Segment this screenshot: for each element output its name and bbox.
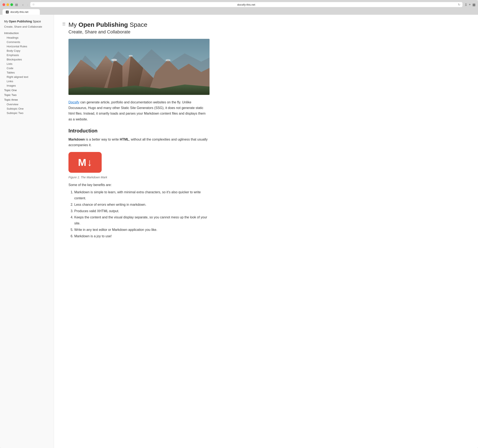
sidebar-item-overview[interactable]: Overview xyxy=(0,102,54,107)
sidebar-item-subtopic-one[interactable]: Subtopic One xyxy=(0,107,54,111)
sidebar-item-emphasis[interactable]: Emphasis xyxy=(0,53,54,57)
sidebar-item-images[interactable]: Images xyxy=(0,83,54,88)
sidebar-title-bold: Open Publishing xyxy=(9,20,32,23)
url-text: docsify-this.net xyxy=(36,3,457,6)
sidebar-item-tables[interactable]: Tables xyxy=(0,70,54,75)
figure-caption: Figure 1: The Markdown Mark xyxy=(69,176,470,179)
sidebar-item-body-copy[interactable]: Body Copy xyxy=(0,49,54,53)
markdown-logo: M ↓ xyxy=(69,152,102,173)
security-icon: ☉ xyxy=(32,3,35,6)
sidebar-toggle-button[interactable]: ▤ xyxy=(15,3,18,6)
sidebar-item-headings[interactable]: Headings xyxy=(0,36,54,40)
sidebar-title-prefix: My xyxy=(4,20,9,23)
svg-point-9 xyxy=(129,55,133,57)
close-dot[interactable] xyxy=(2,3,5,6)
html-bold: HTML xyxy=(120,138,129,141)
sidebar-item-links[interactable]: Links xyxy=(0,79,54,83)
markdown-logo-container: M ↓ xyxy=(69,152,470,173)
forward-button[interactable]: › xyxy=(27,3,28,6)
list-item: Markdown is a joy to use! xyxy=(74,233,209,239)
sidebar-site-subtitle: Create, Share and Collaborate xyxy=(0,25,54,31)
browser-titlebar: ▤ ‹ › ☉ docsify-this.net ↻ ⇫ + ▦ xyxy=(2,2,476,7)
tab-favicon: d xyxy=(6,11,9,13)
hero-image xyxy=(69,39,209,95)
browser-action-buttons: ⇫ + ▦ xyxy=(465,3,476,7)
list-item: Write in any text editor or Markdown app… xyxy=(74,227,209,233)
m-letter: M xyxy=(78,157,86,168)
sidebar-item-topic-one[interactable]: Topic One xyxy=(0,88,54,93)
page-title-bold: Open Publishing xyxy=(78,21,128,28)
content-body: My Open Publishing Space Create, Share a… xyxy=(69,21,470,240)
svg-point-10 xyxy=(166,59,170,61)
benefits-list: Markdown is simple to learn, with minima… xyxy=(69,189,209,239)
new-tab-button[interactable]: + xyxy=(469,3,471,6)
sidebar-item-lists[interactable]: Lists xyxy=(0,62,54,66)
sidebar-item-subtopic-two[interactable]: Subtopic Two xyxy=(0,111,54,115)
sidebar: My Open Publishing Space Create, Share a… xyxy=(0,15,54,448)
reload-button[interactable]: ↻ xyxy=(458,3,460,6)
minimize-dot[interactable] xyxy=(6,3,9,6)
address-bar[interactable]: ☉ docsify-this.net ↻ xyxy=(30,2,462,7)
list-item: Produces valid XHTML output. xyxy=(74,208,209,214)
sidebar-item-blockquotes[interactable]: Blockquotes xyxy=(0,57,54,62)
intro-description: Markdown is a better way to write HTML, … xyxy=(69,137,209,148)
main-content: ☰ My Open Publishing Space Create, Share… xyxy=(54,15,478,448)
markdown-logo-text: M ↓ xyxy=(78,157,92,168)
intro-paragraph: Docsify can generate article, portfolio … xyxy=(69,99,209,122)
tab-title: docsify-this.net xyxy=(10,10,28,13)
sidebar-item-comments[interactable]: Comments xyxy=(0,40,54,44)
page-title-prefix: My xyxy=(69,21,78,28)
sidebar-item-right-aligned-text[interactable]: Right aligned text xyxy=(0,75,54,79)
content-with-toggle: ☰ My Open Publishing Space Create, Share… xyxy=(62,21,470,240)
page-title-suffix: Space xyxy=(128,21,147,28)
introduction-heading: Introduction xyxy=(69,128,470,134)
sidebar-item-topic-three[interactable]: Topic three xyxy=(0,97,54,102)
page-title: My Open Publishing Space xyxy=(69,21,470,28)
browser-tabbar: d docsify-this.net xyxy=(2,9,476,15)
down-arrow: ↓ xyxy=(87,157,92,168)
page-subtitle: Create, Share and Collaborate xyxy=(69,29,470,35)
list-item: Keeps the content and the visual display… xyxy=(74,214,209,226)
active-tab[interactable]: d docsify-this.net xyxy=(2,9,40,15)
share-button[interactable]: ⇫ xyxy=(465,3,467,7)
sidebar-site-title: My Open Publishing Space xyxy=(0,19,54,25)
sidebar-item-horizontal-rules[interactable]: Horizontal Rules xyxy=(0,44,54,49)
benefits-intro: Some of the key benefits are: xyxy=(69,183,470,187)
docsify-link[interactable]: Docsify xyxy=(69,101,79,104)
browser-dots xyxy=(2,3,13,6)
browser-chrome: ▤ ‹ › ☉ docsify-this.net ↻ ⇫ + ▦ d docsi… xyxy=(0,0,478,15)
list-item: Markdown is simple to learn, with minima… xyxy=(74,189,209,201)
markdown-bold: Markdown xyxy=(69,138,85,141)
tabs-overview-button[interactable]: ▦ xyxy=(472,3,476,7)
back-button[interactable]: ‹ xyxy=(22,3,24,6)
intro-desc-text1: is a better way to write xyxy=(85,138,120,141)
sidebar-title-suffix: Space xyxy=(32,20,41,23)
list-item: Less chance of errors when writing in ma… xyxy=(74,202,209,208)
maximize-dot[interactable] xyxy=(10,3,13,6)
svg-point-8 xyxy=(111,59,117,61)
sidebar-item-introduction[interactable]: Introduction xyxy=(0,31,54,36)
sidebar-item-topic-two[interactable]: Topic Two xyxy=(0,93,54,97)
intro-paragraph-text: can generate article, portfolio and docu… xyxy=(69,101,206,121)
browser-window: My Open Publishing Space Create, Share a… xyxy=(0,15,478,448)
sidebar-toggle-icon[interactable]: ☰ xyxy=(62,22,66,26)
sidebar-item-code[interactable]: Code xyxy=(0,66,54,70)
